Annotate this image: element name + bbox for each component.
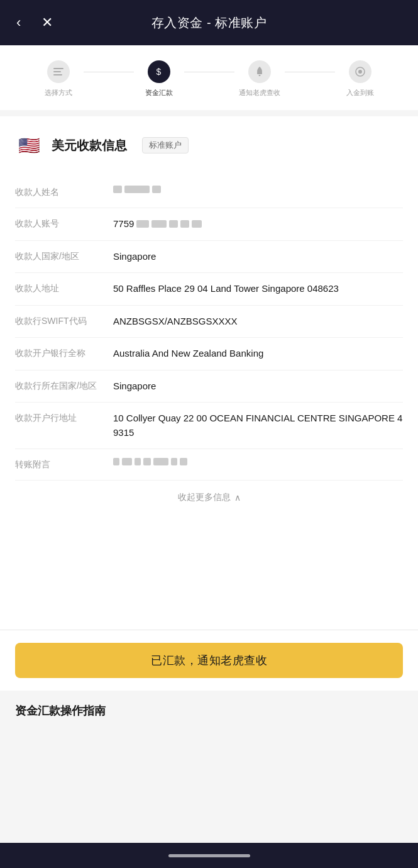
- blur-block: [122, 458, 132, 465]
- value-bank-address: 10 Collyer Quay 22 00 OCEAN FINANCIAL CE…: [113, 411, 403, 440]
- label-recipient-address: 收款人地址: [15, 282, 103, 295]
- steps: 选择方式 $ 资金汇款 通知老虎查收 入金到账: [33, 60, 385, 97]
- cta-container: 已汇款，通知老虎查收: [0, 630, 418, 691]
- bottom-bar: [0, 843, 418, 868]
- row-bank-name: 收款开户银行全称 Australia And New Zealand Banki…: [15, 338, 403, 370]
- blur-block: [180, 220, 189, 228]
- blur-block: [135, 458, 141, 465]
- step-line-3: [285, 72, 335, 72]
- notify-button[interactable]: 已汇款，通知老虎查收: [15, 643, 403, 678]
- step-3-label: 通知老虎查收: [239, 88, 280, 97]
- step-4-circle: [349, 60, 371, 83]
- blur-block: [180, 458, 187, 465]
- svg-rect-4: [258, 75, 260, 76]
- account-header: 🇺🇸 美元收款信息 标准账户: [15, 131, 403, 159]
- step-2-circle: $: [148, 60, 170, 83]
- step-4: 入金到账: [335, 60, 385, 97]
- main-content: 🇺🇸 美元收款信息 标准账户 收款人姓名 收款人账号 7759: [0, 116, 418, 630]
- value-remark: [113, 458, 403, 465]
- blur-block: [153, 458, 168, 465]
- svg-rect-1: [53, 71, 61, 72]
- blur-block: [152, 186, 161, 193]
- account-title: 美元收款信息: [52, 137, 127, 154]
- account-badge: 标准账户: [142, 137, 189, 153]
- row-bank-address: 收款开户行地址 10 Collyer Quay 22 00 OCEAN FINA…: [15, 403, 403, 449]
- row-bank-country: 收款行所在国家/地区 Singapore: [15, 370, 403, 403]
- svg-rect-2: [53, 74, 62, 75]
- close-button[interactable]: ✕: [35, 8, 59, 37]
- step-1: 选择方式: [33, 60, 84, 97]
- collapse-icon: ∧: [234, 492, 241, 503]
- svg-rect-0: [53, 68, 63, 69]
- svg-point-6: [358, 70, 362, 74]
- label-swift: 收款行SWIFT代码: [15, 314, 103, 328]
- guide-title: 资金汇款操作指南: [15, 704, 106, 717]
- value-bank-name: Australia And New Zealand Banking: [113, 347, 403, 361]
- label-bank-name: 收款开户银行全称: [15, 347, 103, 360]
- value-recipient-address: 50 Raffles Place 29 04 Land Tower Singap…: [113, 282, 403, 296]
- step-1-label: 选择方式: [45, 88, 72, 97]
- label-remark: 转账附言: [15, 458, 103, 471]
- value-bank-country: Singapore: [113, 379, 403, 394]
- label-bank-country: 收款行所在国家/地区: [15, 379, 103, 392]
- flag-icon: 🇺🇸: [15, 131, 43, 159]
- row-recipient-name: 收款人姓名: [15, 177, 403, 208]
- blur-block: [169, 220, 178, 228]
- step-2: $ 资金汇款: [134, 60, 184, 97]
- step-4-label: 入金到账: [346, 88, 374, 97]
- value-swift: ANZBSGSX/ANZBSGSXXXX: [113, 314, 403, 329]
- label-recipient-country: 收款人国家/地区: [15, 250, 103, 263]
- step-2-label: 资金汇款: [145, 88, 173, 97]
- value-account-number: 7759: [113, 217, 403, 231]
- home-indicator: [168, 854, 250, 857]
- blur-block: [171, 458, 177, 465]
- label-recipient-name: 收款人姓名: [15, 186, 103, 199]
- blur-block: [192, 220, 202, 228]
- blur-block: [113, 186, 122, 193]
- row-account-number: 收款人账号 7759: [15, 208, 403, 241]
- row-remark: 转账附言: [15, 449, 403, 481]
- svg-rect-3: [257, 72, 262, 74]
- blur-block: [143, 458, 151, 465]
- step-3-circle: [248, 60, 271, 83]
- step-1-circle: [47, 60, 70, 83]
- blur-block: [113, 458, 119, 465]
- row-recipient-country: 收款人国家/地区 Singapore: [15, 241, 403, 274]
- collapse-toggle[interactable]: 收起更多信息 ∧: [15, 481, 403, 508]
- blur-block: [136, 220, 149, 228]
- page-title: 存入资金 - 标准账户: [151, 14, 267, 31]
- step-line-2: [184, 72, 234, 72]
- back-button[interactable]: ‹: [10, 8, 27, 37]
- guide-section: 资金汇款操作指南: [0, 691, 418, 843]
- row-recipient-address: 收款人地址 50 Raffles Place 29 04 Land Tower …: [15, 273, 403, 306]
- header: ‹ ✕ 存入资金 - 标准账户: [0, 0, 418, 45]
- collapse-label: 收起更多信息: [178, 492, 231, 503]
- value-recipient-name: [113, 186, 403, 193]
- label-bank-address: 收款开户行地址: [15, 411, 103, 425]
- label-account-number: 收款人账号: [15, 217, 103, 230]
- blur-block: [151, 220, 167, 228]
- blur-block: [124, 186, 150, 193]
- step-line-1: [84, 72, 134, 72]
- value-recipient-country: Singapore: [113, 250, 403, 264]
- row-swift: 收款行SWIFT代码 ANZBSGSX/ANZBSGSXXXX: [15, 306, 403, 338]
- info-table: 收款人姓名 收款人账号 7759 收款人国家/地区 Singapore: [15, 177, 403, 481]
- step-3: 通知老虎查收: [234, 60, 285, 97]
- steps-container: 选择方式 $ 资金汇款 通知老虎查收 入金到账: [0, 45, 418, 110]
